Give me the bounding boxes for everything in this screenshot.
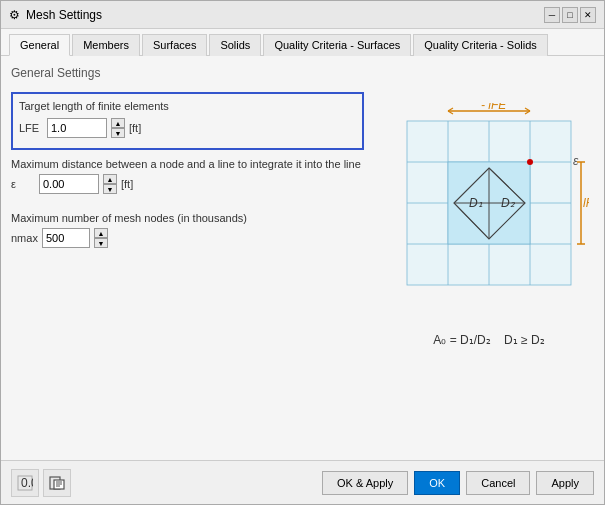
max-distance-section: Maximum distance between a node and a li… (11, 158, 364, 198)
export-button[interactable] (43, 469, 71, 497)
export-icon (49, 475, 65, 491)
max-nodes-section: Maximum number of mesh nodes (in thousan… (11, 212, 364, 252)
tab-solids[interactable]: Solids (209, 34, 261, 56)
minimize-button[interactable]: ─ (544, 7, 560, 23)
epsilon-input[interactable] (39, 174, 99, 194)
help-button[interactable]: 0.0 (11, 469, 39, 497)
diagram-svg: D₁ D₂ - lFE lFE ε (389, 103, 589, 323)
target-length-group: Target length of finite elements LFE ▲ ▼… (11, 92, 364, 150)
svg-text:D₁: D₁ (469, 196, 483, 210)
nmax-label: nmax (11, 232, 38, 244)
cancel-button[interactable]: Cancel (466, 471, 530, 495)
lfe-spin-up[interactable]: ▲ (111, 118, 125, 128)
nmax-spin-up[interactable]: ▲ (94, 228, 108, 238)
footer: 0.0 OK & Apply OK Cancel Apply (1, 460, 604, 504)
epsilon-spin-up[interactable]: ▲ (103, 174, 117, 184)
lfe-label: LFE (19, 122, 43, 134)
help-icon: 0.0 (17, 475, 33, 491)
close-button[interactable]: ✕ (580, 7, 596, 23)
max-distance-row: ε ▲ ▼ [ft] (11, 174, 364, 194)
svg-text:D₂: D₂ (501, 196, 516, 210)
left-panel: General Settings Target length of finite… (1, 56, 374, 460)
lfe-spin-down[interactable]: ▼ (111, 128, 125, 138)
lfe-unit: [ft] (129, 122, 141, 134)
diagram-container: D₁ D₂ - lFE lFE ε (384, 103, 594, 413)
epsilon-spinner: ▲ ▼ (103, 174, 117, 194)
title-controls: ─ □ ✕ (544, 7, 596, 23)
footer-left: 0.0 (11, 469, 71, 497)
section-title: General Settings (11, 66, 364, 80)
tab-surfaces[interactable]: Surfaces (142, 34, 207, 56)
tab-quality-criteria-surfaces[interactable]: Quality Criteria - Surfaces (263, 34, 411, 56)
window: ⚙ Mesh Settings ─ □ ✕ General Members Su… (0, 0, 605, 505)
epsilon-spin-down[interactable]: ▼ (103, 184, 117, 194)
lfe-input[interactable] (47, 118, 107, 138)
max-nodes-title: Maximum number of mesh nodes (in thousan… (11, 212, 364, 224)
svg-point-17 (527, 159, 533, 165)
max-nodes-row: nmax ▲ ▼ (11, 228, 364, 248)
right-panel: D₁ D₂ - lFE lFE ε (374, 56, 604, 460)
content-area: General Settings Target length of finite… (1, 56, 604, 460)
target-length-title: Target length of finite elements (19, 100, 356, 112)
tab-bar: General Members Surfaces Solids Quality … (1, 29, 604, 56)
svg-text:ε: ε (573, 154, 579, 168)
title-bar-left: ⚙ Mesh Settings (9, 8, 102, 22)
max-distance-title: Maximum distance between a node and a li… (11, 158, 364, 170)
formula-text: A₀ = D₁/D₂ D₁ ≥ D₂ (433, 333, 544, 347)
nmax-spinner: ▲ ▼ (94, 228, 108, 248)
nmax-input[interactable] (42, 228, 90, 248)
epsilon-label: ε (11, 178, 35, 190)
nmax-spin-down[interactable]: ▼ (94, 238, 108, 248)
lfe-spinner: ▲ ▼ (111, 118, 125, 138)
maximize-button[interactable]: □ (562, 7, 578, 23)
target-length-row: LFE ▲ ▼ [ft] (19, 118, 356, 138)
window-icon: ⚙ (9, 8, 20, 22)
ok-button[interactable]: OK (414, 471, 460, 495)
svg-text:lFE: lFE (583, 196, 589, 210)
title-bar: ⚙ Mesh Settings ─ □ ✕ (1, 1, 604, 29)
tab-general[interactable]: General (9, 34, 70, 56)
apply-button[interactable]: Apply (536, 471, 594, 495)
ok-apply-button[interactable]: OK & Apply (322, 471, 408, 495)
footer-right: OK & Apply OK Cancel Apply (322, 471, 594, 495)
window-title: Mesh Settings (26, 8, 102, 22)
tab-quality-criteria-solids[interactable]: Quality Criteria - Solids (413, 34, 547, 56)
formula-area: A₀ = D₁/D₂ D₁ ≥ D₂ (433, 333, 544, 347)
epsilon-unit: [ft] (121, 178, 133, 190)
tab-members[interactable]: Members (72, 34, 140, 56)
svg-text:- lFE: - lFE (481, 103, 507, 112)
svg-text:0.0: 0.0 (21, 476, 33, 490)
